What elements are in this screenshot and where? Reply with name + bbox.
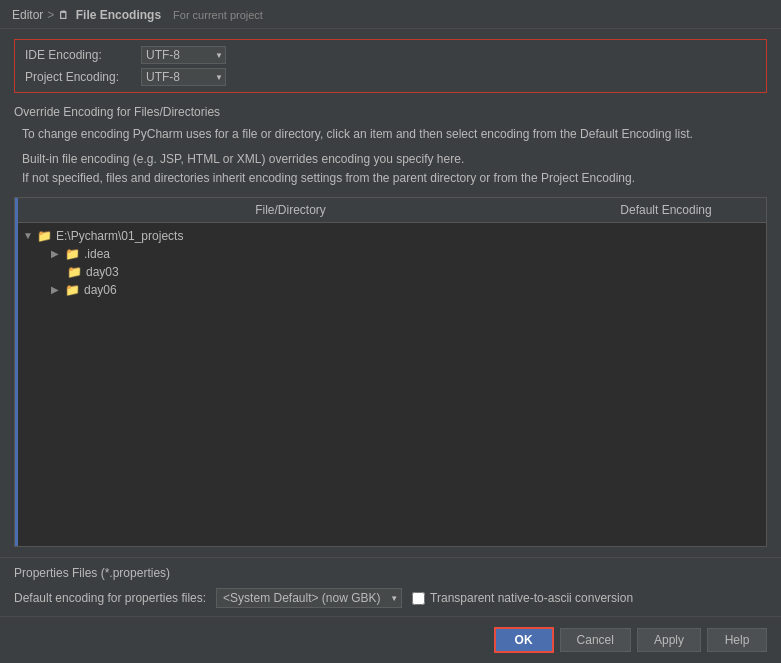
apply-button[interactable]: Apply	[637, 628, 701, 652]
file-tree: ▼ 📁 E:\Pycharm\01_projects ▶ 📁 .idea ▶ 📁…	[15, 223, 766, 443]
file-encodings-breadcrumb: 🗒 File Encodings	[58, 8, 161, 22]
override-description: To change encoding PyCharm uses for a fi…	[22, 125, 767, 189]
project-note: For current project	[173, 9, 263, 21]
ide-encoding-row: IDE Encoding: UTF-8 UTF-16 ISO-8859-1 GB…	[25, 46, 756, 64]
folder-icon-day06: 📁	[65, 283, 80, 297]
ide-encoding-select[interactable]: UTF-8 UTF-16 ISO-8859-1 GBK	[141, 46, 226, 64]
settings-content: IDE Encoding: UTF-8 UTF-16 ISO-8859-1 GB…	[0, 29, 781, 557]
table-header: File/Directory Default Encoding	[15, 198, 766, 223]
properties-select-wrapper: <System Default> (now GBK) UTF-8 UTF-16 …	[216, 588, 402, 608]
encoding-section: IDE Encoding: UTF-8 UTF-16 ISO-8859-1 GB…	[14, 39, 767, 93]
ide-encoding-label: IDE Encoding:	[25, 48, 135, 62]
override-line1: To change encoding PyCharm uses for a fi…	[22, 125, 767, 144]
properties-encoding-select[interactable]: <System Default> (now GBK) UTF-8 UTF-16 …	[216, 588, 402, 608]
tree-item-idea-label: .idea	[84, 247, 110, 261]
tree-item-day06[interactable]: ▶ 📁 day06	[15, 281, 766, 299]
project-encoding-select-wrapper: UTF-8 UTF-16 ISO-8859-1 GBK	[141, 68, 226, 86]
transparent-conversion-label: Transparent native-to-ascii conversion	[430, 591, 633, 605]
page-icon: 🗒	[58, 9, 69, 21]
breadcrumb-separator: >	[47, 8, 54, 22]
ide-encoding-select-wrapper: UTF-8 UTF-16 ISO-8859-1 GBK	[141, 46, 226, 64]
tree-arrow-root: ▼	[23, 230, 35, 241]
properties-title: Properties Files (*.properties)	[14, 566, 767, 580]
transparent-conversion-checkbox[interactable]	[412, 592, 425, 605]
cancel-button[interactable]: Cancel	[560, 628, 631, 652]
folder-icon-idea: 📁	[65, 247, 80, 261]
tree-arrow-day06: ▶	[51, 284, 63, 295]
button-row: OK Cancel Apply Help	[0, 616, 781, 663]
editor-breadcrumb-link[interactable]: Editor	[12, 8, 43, 22]
override-line3: If not specified, files and directories …	[22, 169, 767, 188]
tree-arrow-idea: ▶	[51, 248, 63, 259]
breadcrumb-header: Editor > 🗒 File Encodings For current pr…	[0, 0, 781, 29]
folder-icon-root: 📁	[37, 229, 52, 243]
file-table-container: File/Directory Default Encoding ▼ 📁 E:\P…	[14, 197, 767, 547]
table-col-file: File/Directory	[15, 201, 566, 219]
override-section: Override Encoding for Files/Directories …	[14, 101, 767, 189]
main-container: Editor > 🗒 File Encodings For current pr…	[0, 0, 781, 663]
tree-item-idea[interactable]: ▶ 📁 .idea	[15, 245, 766, 263]
properties-row: Default encoding for properties files: <…	[14, 588, 767, 608]
tree-item-root-label: E:\Pycharm\01_projects	[56, 229, 183, 243]
tree-item-root[interactable]: ▼ 📁 E:\Pycharm\01_projects	[15, 227, 766, 245]
tree-item-day03-label: day03	[86, 265, 119, 279]
left-accent-bar	[15, 198, 18, 546]
table-col-encoding: Default Encoding	[566, 201, 766, 219]
project-encoding-select[interactable]: UTF-8 UTF-16 ISO-8859-1 GBK	[141, 68, 226, 86]
properties-label: Default encoding for properties files:	[14, 591, 206, 605]
project-encoding-row: Project Encoding: UTF-8 UTF-16 ISO-8859-…	[25, 68, 756, 86]
project-encoding-label: Project Encoding:	[25, 70, 135, 84]
transparent-conversion-checkbox-wrapper: Transparent native-to-ascii conversion	[412, 591, 633, 605]
ok-button[interactable]: OK	[494, 627, 554, 653]
help-button[interactable]: Help	[707, 628, 767, 652]
override-title: Override Encoding for Files/Directories	[14, 105, 767, 119]
folder-icon-day03: 📁	[67, 265, 82, 279]
tree-item-day06-label: day06	[84, 283, 117, 297]
tree-item-day03[interactable]: ▶ 📁 day03	[15, 263, 766, 281]
properties-section: Properties Files (*.properties) Default …	[0, 557, 781, 616]
override-line2: Built-in file encoding (e.g. JSP, HTML o…	[22, 150, 767, 169]
